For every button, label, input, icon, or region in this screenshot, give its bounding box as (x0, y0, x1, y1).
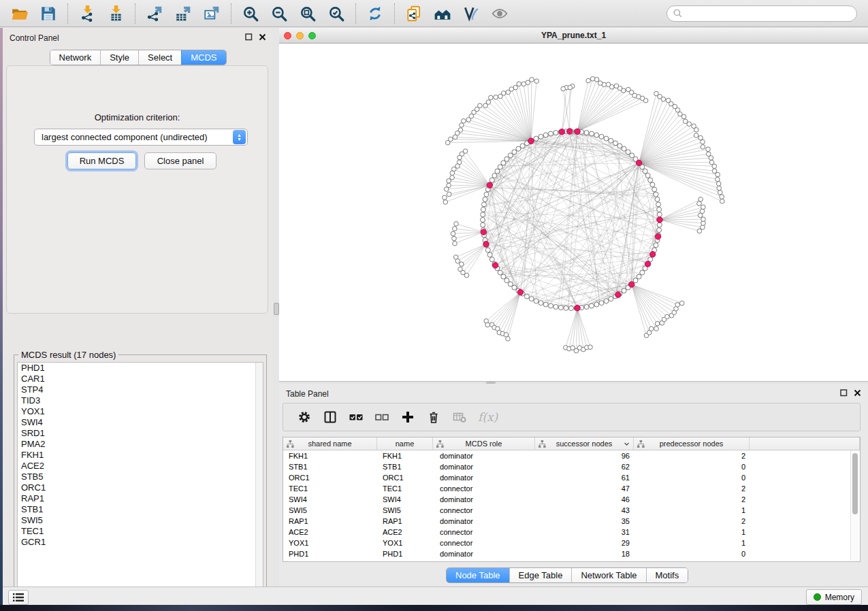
list-item[interactable]: ORC1 (18, 482, 263, 493)
toolbar-separator (135, 3, 135, 24)
mcds-result-list[interactable]: PHD1CAR1STP4TID3YOX1SWI4SRD1PMA2FKH1ACE2… (17, 362, 263, 608)
toolbar-separator (355, 3, 356, 24)
visual-styles-icon[interactable] (461, 3, 481, 24)
tab-select[interactable]: Select (138, 50, 181, 65)
tab-style[interactable]: Style (100, 50, 138, 65)
table-row[interactable]: ORC1 ORC1 dominator 61 0 (283, 472, 860, 483)
network-window-titlebar[interactable]: YPA_prune.txt_1 (279, 28, 868, 44)
show-columns-icon[interactable] (321, 408, 339, 426)
mcds-result-title: MCDS result (17 nodes) (18, 350, 118, 360)
zoom-fit-icon[interactable] (298, 3, 318, 24)
list-item[interactable]: ACE2 (18, 461, 263, 472)
export-network-icon[interactable] (144, 3, 165, 24)
table-row[interactable]: FKH1 FKH1 dominator 96 2 (283, 450, 860, 461)
splitter-grip[interactable] (274, 303, 279, 315)
table-row[interactable]: SWI4 SWI4 dominator 46 2 (283, 494, 860, 505)
list-item[interactable]: STB1 (18, 504, 263, 515)
save-icon[interactable] (38, 3, 59, 24)
tab-network-table[interactable]: Network Table (571, 568, 645, 582)
table-row[interactable]: RAP1 RAP1 dominator 35 2 (283, 516, 860, 527)
list-item[interactable]: TEC1 (18, 526, 263, 537)
export-image-icon[interactable] (202, 3, 222, 24)
tab-motifs[interactable]: Motifs (646, 568, 688, 582)
list-item[interactable]: FKH1 (18, 450, 263, 461)
list-scrollbar[interactable] (255, 363, 263, 607)
control-panel-title: Control Panel (10, 33, 59, 43)
import-network-icon[interactable] (77, 3, 97, 24)
list-item[interactable]: SWI5 (18, 515, 263, 526)
control-panel: Control Panel NetworkStyleSelectMCDS Opt… (3, 28, 273, 587)
column-header-MCDS-role[interactable]: MCDS role (433, 437, 535, 450)
select-all-checkboxes-icon[interactable] (347, 408, 365, 426)
add-column-icon[interactable] (399, 408, 417, 426)
main-toolbar (0, 0, 868, 27)
list-item[interactable]: YOX1 (18, 406, 263, 417)
hierarchy-icon (637, 440, 645, 448)
list-item[interactable]: STP4 (18, 384, 263, 395)
memory-label: Memory (825, 593, 854, 602)
tab-mcds[interactable]: MCDS (181, 50, 225, 65)
table-row[interactable]: YOX1 YOX1 connector 29 1 (283, 538, 860, 548)
tab-edge-table[interactable]: Edge Table (509, 568, 572, 582)
table-toolbar: f(x) (283, 403, 861, 431)
node-table: shared namenameMCDS rolesuccessor nodesp… (283, 437, 861, 562)
scrollbar-thumb[interactable] (852, 453, 858, 514)
list-item[interactable]: GCR1 (18, 537, 263, 548)
table-scrollbar[interactable] (850, 450, 859, 561)
zoom-out-icon[interactable] (269, 3, 289, 24)
table-row[interactable]: PHD1 PHD1 dominator 18 0 (283, 548, 860, 559)
list-item[interactable]: PHD1 (18, 363, 263, 374)
import-table-icon[interactable] (106, 3, 126, 24)
float-panel-icon[interactable] (840, 389, 848, 397)
mcds-panel: Optimization criterion: largest connecte… (6, 65, 268, 314)
memory-button[interactable]: Memory (806, 589, 862, 605)
column-header-shared-name[interactable]: shared name (283, 437, 377, 450)
list-item[interactable]: CAR1 (18, 374, 263, 384)
list-item[interactable]: SRD1 (18, 428, 263, 439)
search-field[interactable] (666, 5, 857, 22)
search-icon (673, 8, 683, 18)
show-hide-icon[interactable] (489, 3, 510, 24)
column-header-successor-nodes[interactable]: successor nodes (535, 437, 634, 450)
table-row[interactable]: STB1 STB1 dominator 62 0 (283, 461, 860, 472)
optimization-criterion-select[interactable]: largest connected component (undirected)… (34, 129, 248, 146)
deselect-all-checkboxes-icon[interactable] (373, 408, 391, 426)
close-panel-button[interactable]: Close panel (144, 152, 216, 169)
list-item[interactable]: RAP1 (18, 493, 263, 504)
export-table-icon[interactable] (173, 3, 193, 24)
close-panel-icon[interactable] (259, 33, 266, 41)
search-input[interactable] (686, 8, 851, 19)
delete-table-icon (451, 408, 468, 426)
open-folder-icon[interactable] (10, 3, 30, 24)
run-mcds-button[interactable]: Run MCDS (67, 152, 136, 169)
hierarchy-icon (436, 440, 444, 448)
tab-network[interactable]: Network (50, 50, 100, 65)
list-item[interactable]: TID3 (18, 395, 263, 406)
list-item[interactable]: SWI4 (18, 417, 263, 428)
tab-node-table[interactable]: Node Table (447, 568, 509, 582)
float-panel-icon[interactable] (245, 33, 253, 41)
vertical-splitter[interactable] (273, 28, 279, 587)
network-graph[interactable] (279, 44, 868, 382)
criterion-value: largest connected component (undirected) (42, 132, 208, 142)
panel-menu-button[interactable] (8, 590, 29, 605)
table-panel: Table Panel f(x) shared namenameMCDS (279, 384, 868, 587)
network-canvas[interactable] (279, 44, 868, 382)
delete-column-icon[interactable] (425, 408, 443, 426)
home-styles-icon[interactable] (432, 3, 453, 24)
network-view-window: YPA_prune.txt_1 (279, 28, 868, 381)
status-bar: Memory (3, 587, 868, 605)
zoom-in-icon[interactable] (240, 3, 261, 24)
table-settings-gear-icon[interactable] (295, 408, 313, 426)
column-header-predecessor-nodes[interactable]: predecessor nodes (634, 437, 750, 450)
refresh-layout-icon[interactable] (365, 3, 385, 24)
list-item[interactable]: PMA2 (18, 439, 263, 450)
table-row[interactable]: SWI5 SWI5 connector 43 1 (283, 505, 860, 516)
column-header-name[interactable]: name (377, 437, 433, 450)
clone-network-icon[interactable] (404, 3, 424, 24)
close-panel-icon[interactable] (854, 389, 861, 397)
zoom-selected-icon[interactable] (326, 3, 347, 24)
table-row[interactable]: ACE2 ACE2 connector 31 1 (283, 527, 860, 538)
table-row[interactable]: TEC1 TEC1 connector 47 2 (283, 483, 860, 494)
list-item[interactable]: STB5 (18, 472, 263, 482)
